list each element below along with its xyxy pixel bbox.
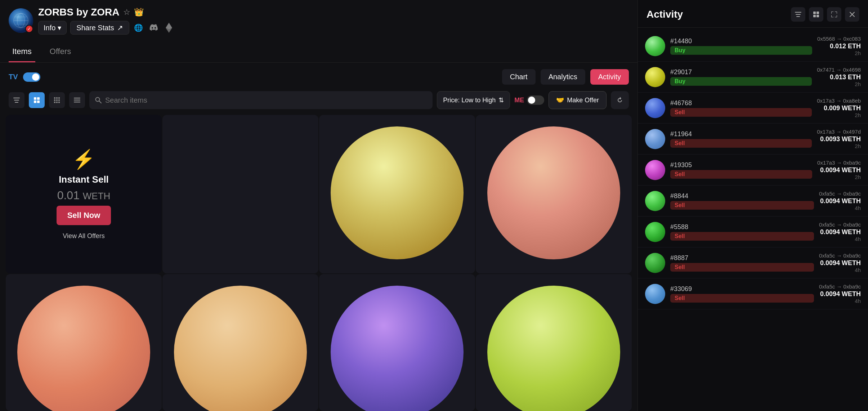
activity-row[interactable]: #8844 Sell 0xfa5c → 0xba9c 0.0094 WETH 4…	[638, 186, 868, 216]
item-card[interactable]	[476, 274, 632, 411]
item-card[interactable]	[319, 274, 475, 411]
instant-sell-price: 0.01 WETH	[57, 189, 111, 202]
activity-info: #8844 Sell	[670, 192, 814, 210]
activity-nft-id: #11964	[670, 130, 812, 138]
discord-icon[interactable]	[148, 22, 160, 33]
me-toggle-switch[interactable]	[527, 95, 544, 105]
item-card[interactable]	[6, 274, 162, 411]
expand-activity-button[interactable]	[827, 7, 841, 22]
avatar-badge: ✓	[25, 25, 33, 33]
activity-row[interactable]: #46768 Sell 0x17a3 → 0xa8eb 0.009 WETH 2…	[638, 93, 868, 124]
share-icon: ↗	[117, 23, 123, 32]
item-card[interactable]: #11964 0.0119 ETH Last 0.0093 WETH	[162, 115, 318, 273]
analytics-button[interactable]: Analytics	[541, 69, 585, 85]
svg-rect-9	[34, 97, 36, 100]
grid-small-button[interactable]	[49, 92, 65, 108]
item-image	[476, 115, 632, 271]
share-stats-button[interactable]: Share Stats ↗	[70, 21, 129, 35]
search-input[interactable]	[105, 96, 427, 104]
svg-rect-16	[54, 99, 55, 101]
activity-time: 2h	[817, 50, 861, 56]
activity-time: 4h	[819, 298, 861, 304]
grid-activity-button[interactable]	[809, 7, 823, 22]
activity-nft-orb	[645, 160, 665, 180]
filter-button[interactable]	[9, 92, 24, 108]
activity-type-badge: Buy	[670, 46, 812, 55]
activity-type-badge: Buy	[670, 77, 812, 86]
svg-rect-14	[56, 97, 58, 99]
items-toolbar: Price: Low to High ⇅ ME 🤝 Make Offer	[0, 91, 637, 115]
activity-nft-id: #5588	[670, 223, 814, 231]
activity-tx: 0x17a3 → 0xba9c	[817, 160, 861, 166]
activity-nft-orb	[645, 129, 665, 149]
svg-rect-22	[74, 98, 80, 99]
orb-image	[487, 286, 620, 411]
refresh-button[interactable]	[611, 91, 629, 109]
activity-nft-id: #33069	[670, 285, 814, 293]
list-view-button[interactable]	[69, 92, 85, 108]
website-icon[interactable]: 🌐	[133, 22, 144, 33]
me-label: ME	[514, 97, 524, 104]
me-toggle-knob	[528, 97, 535, 104]
activity-title: Activity	[646, 9, 683, 20]
title-row: ZORBS by ZORA ☆ 👑	[38, 6, 175, 18]
activity-row[interactable]: #14480 Buy 0x5568 → 0xc083 0.012 ETH 2h	[638, 31, 868, 62]
tab-items[interactable]: Items	[9, 41, 35, 62]
activity-info: #8887 Sell	[670, 254, 814, 272]
activity-nft-orb	[645, 253, 665, 273]
activity-time: 4h	[819, 205, 861, 211]
activity-nft-id: #46768	[670, 99, 812, 107]
star-icon[interactable]: ☆	[123, 8, 130, 17]
activity-row[interactable]: #8887 Sell 0xfa5c → 0xba9c 0.0094 WETH 4…	[638, 247, 868, 278]
activity-nft-orb	[645, 67, 665, 87]
activity-type-badge: Sell	[670, 232, 814, 241]
activity-nft-id: #29017	[670, 68, 812, 76]
activity-time: 2h	[817, 81, 861, 87]
activity-right: 0x5568 → 0xc083 0.012 ETH 2h	[817, 36, 861, 56]
activity-nft-id: #8844	[670, 192, 814, 200]
item-card[interactable]	[162, 274, 318, 411]
activity-info: #11964 Sell	[670, 130, 812, 148]
instant-sell-title: Instant Sell	[59, 174, 109, 185]
activity-tab-button[interactable]: Activity	[590, 69, 629, 85]
header-actions: Info ▾ Share Stats ↗ 🌐	[38, 21, 175, 35]
activity-row[interactable]: #19305 Sell 0x17a3 → 0xba9c 0.0094 WETH …	[638, 155, 868, 186]
item-card[interactable]: #4159 0.012 ETH Last 0.01 ETH	[476, 115, 632, 273]
activity-row[interactable]: #29017 Buy 0x7471 → 0x4698 0.013 ETH 2h	[638, 62, 868, 93]
orb-image	[331, 126, 463, 259]
activity-amount: 0.0093 WETH	[817, 135, 861, 143]
orb-image	[487, 126, 620, 259]
grid-large-button[interactable]	[29, 92, 45, 108]
crown-icon: 👑	[134, 8, 144, 17]
view-all-offers-link[interactable]: View All Offers	[63, 232, 104, 240]
svg-rect-27	[795, 12, 801, 13]
activity-row[interactable]: #5588 Sell 0xfa5c → 0xba9c 0.0094 WETH 4…	[638, 216, 868, 247]
activity-nft-id: #14480	[670, 37, 812, 45]
activity-info: #46768 Sell	[670, 99, 812, 117]
activity-right: 0xfa5c → 0xba9c 0.0094 WETH 4h	[819, 222, 861, 242]
view-toolbar: TV Chart Analytics Activity	[0, 63, 637, 91]
filter-activity-button[interactable]	[791, 7, 805, 22]
activity-info: #14480 Buy	[670, 37, 812, 55]
sort-dropdown[interactable]: Price: Low to High ⇅	[437, 91, 510, 109]
item-card[interactable]: #23844 0.0119 ETH Last 0.0289 ETH	[319, 115, 475, 273]
chart-button[interactable]: Chart	[502, 69, 536, 85]
make-offer-button[interactable]: 🤝 Make Offer	[549, 91, 607, 109]
activity-tx: 0xfa5c → 0xba9c	[819, 253, 861, 259]
activity-type-badge: Sell	[670, 139, 812, 148]
tab-offers[interactable]: Offers	[46, 41, 75, 62]
activity-row[interactable]: #11964 Sell 0x17a3 → 0x497d 0.0093 WETH …	[638, 124, 868, 155]
tv-toggle[interactable]	[23, 72, 40, 82]
eth-icon[interactable]	[163, 22, 175, 33]
orb-image	[174, 286, 307, 411]
item-info: #11964 0.0119 ETH Last 0.0093 WETH	[162, 271, 318, 273]
close-activity-button[interactable]	[845, 7, 859, 22]
activity-row[interactable]: #33069 Sell 0xfa5c → 0xba9c 0.0094 WETH …	[638, 278, 868, 309]
activity-info: #33069 Sell	[670, 285, 814, 303]
activity-tx: 0x7471 → 0x4698	[817, 67, 861, 73]
sell-now-button[interactable]: Sell Now	[57, 206, 111, 225]
svg-rect-31	[816, 12, 819, 14]
instant-sell-card[interactable]: ⚡ Instant Sell 0.01 WETH Sell Now View A…	[6, 115, 162, 273]
activity-amount: 0.0094 WETH	[819, 197, 861, 205]
info-button[interactable]: Info ▾	[38, 21, 67, 35]
